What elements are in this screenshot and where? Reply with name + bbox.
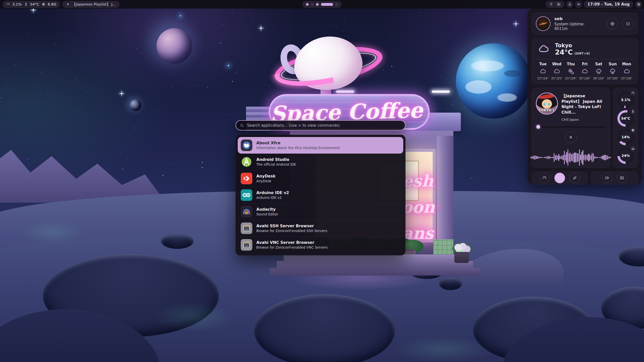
workspace-dot-2[interactable] [311, 3, 314, 6]
wallpaper-icon [557, 2, 561, 6]
cloud-weather-icon [540, 68, 546, 75]
launcher-item-arduino-ide-v2[interactable]: Arduino IDE v2Arduino IDE v2 [238, 187, 403, 203]
audacity-app-icon [241, 206, 252, 217]
gauge-icon [542, 175, 547, 180]
forecast-day-label: Sat [595, 62, 602, 66]
audio-visualizer [536, 146, 606, 169]
wallpaper-icon [620, 175, 624, 180]
cpu-temp: 54°C [30, 2, 39, 6]
forecast-day-mon: Mon33°/26° [620, 62, 633, 80]
search-results: About XfceInformation about the Xfce Des… [235, 135, 406, 255]
search-input[interactable] [247, 123, 401, 128]
app-title: Audacity [256, 207, 278, 212]
shop-step-3 [270, 268, 480, 276]
forecast-day-tue: Tue33°/24° [536, 62, 549, 80]
profile-gauge-button[interactable] [539, 173, 550, 183]
track-progress-bar[interactable] [536, 126, 606, 127]
forecast-day-sat: Sat36°/26° [592, 62, 605, 80]
settings-button[interactable] [607, 18, 618, 29]
album-art-caption: TOKYO L [537, 109, 557, 112]
app-launcher: About XfceInformation about the Xfce Des… [235, 120, 406, 255]
workspace-dot-1[interactable] [306, 3, 309, 6]
workspace-dot-4[interactable] [321, 3, 333, 6]
weather-timezone: (GMT+9) [574, 52, 590, 55]
workspace-dot-5[interactable] [335, 3, 338, 6]
forecast-temps: 33°/26° [607, 77, 619, 80]
system-gauges-card: 3.1%54°C14%24% [613, 88, 638, 168]
cpu-usage: 3.1% [12, 2, 22, 6]
xfce-app-icon [241, 140, 252, 151]
app-description: Browse for Zeroconf-enabled SSH Servers [256, 229, 327, 233]
rain-weather-icon [595, 68, 602, 75]
weather-city: Tokyo [555, 42, 590, 49]
workspace-switcher[interactable] [302, 1, 342, 8]
launcher-item-android-studio[interactable]: Android StudioThe official Android IDE [238, 154, 403, 170]
plug-icon [549, 2, 553, 6]
gear-icon [610, 21, 615, 26]
clock[interactable]: 17:09 - Tue, 19 Aug [584, 1, 633, 8]
leaf-icon [572, 175, 577, 180]
app-description: Information about the Xfce Desktop Envir… [256, 146, 340, 150]
dashboard-button[interactable] [635, 1, 642, 8]
app-title: About Xfce [256, 141, 340, 146]
power-profile-card [532, 171, 588, 185]
cloud-weather-icon [581, 68, 588, 75]
forecast-temps: 33°/26° [621, 77, 633, 80]
control-panel: seb System Uptime: 4h11m Tokyo 24°C(GMT+… [527, 8, 642, 184]
tool-wallpaper-button[interactable] [617, 173, 627, 183]
arduino-app-icon [241, 189, 252, 201]
dashboard-icon [637, 2, 641, 6]
launcher-item-about-xfce[interactable]: About XfceInformation about the Xfce Des… [238, 137, 403, 154]
weather-card: Tokyo 24°C(GMT+9) Tue33°/24°Wed35°/25°Th… [532, 38, 638, 84]
power-button[interactable] [622, 18, 634, 29]
forecast-temps: 33°/24° [537, 77, 549, 80]
app-description: The official Android IDE [256, 162, 296, 167]
app-description: Browse for Zeroconf-enabled VNC Servers [256, 245, 328, 250]
cloud-weather-icon [623, 68, 630, 75]
shop-step-2 [277, 261, 473, 268]
forecast-day-fri: Fri35°/26° [578, 62, 591, 80]
media-title: 【Japanese Playlist】 J... [72, 2, 116, 7]
search-bar[interactable] [235, 120, 406, 130]
tool-camera-button[interactable] [602, 173, 612, 183]
system-stats-pill[interactable]: 3.1% 54°C 6.8G [3, 1, 60, 8]
thermo-icon [630, 109, 636, 115]
pause-icon [568, 135, 573, 140]
volume-button[interactable] [575, 1, 582, 8]
launcher-item-avahi-ssh-server-browser[interactable]: Avahi SSH Server BrowserBrowse for Zeroc… [238, 220, 403, 237]
profile-scales-button[interactable] [554, 173, 565, 183]
power-icon [625, 21, 631, 26]
progress-knob[interactable] [536, 125, 540, 129]
gauge-gauge: 3.1% [617, 91, 634, 109]
cloud-icon [536, 43, 551, 55]
user-name: seb [554, 16, 599, 21]
media-pill[interactable]: 【Japanese Playlist】 J... [62, 1, 119, 8]
bell-icon [568, 2, 572, 6]
peripherals-pill[interactable] [546, 1, 564, 8]
thermometer-icon [24, 2, 28, 6]
track-title: 【Japanese Playlist】 Japan All Night - To… [561, 94, 606, 115]
window-neon-text: eshoonans [401, 168, 434, 246]
sign-light-right [432, 90, 450, 93]
launcher-item-audacity[interactable]: AudacitySound Editor [238, 203, 403, 220]
app-title: Android Studio [256, 157, 296, 162]
forecast-day-wed: Wed35°/25° [550, 62, 564, 80]
gauge-disk: 24% [617, 147, 634, 164]
notifications-button[interactable] [566, 1, 573, 8]
app-description: Sound Editor [256, 212, 278, 217]
forecast-day-label: Sun [609, 62, 617, 66]
app-description: AnyDesk [256, 179, 275, 184]
scales-icon [557, 175, 562, 180]
launcher-item-anydesk[interactable]: AnyDeskAnyDesk [238, 170, 403, 187]
launcher-item-avahi-vnc-server-browser[interactable]: Avahi VNC Server BrowserBrowse for Zeroc… [238, 237, 403, 253]
play-pause-button[interactable] [565, 131, 577, 143]
avatar [536, 16, 550, 31]
forecast-temps: 33°/26° [565, 77, 577, 80]
androidstudio-app-icon [241, 156, 252, 168]
app-title: Arduino IDE v2 [256, 190, 289, 196]
profile-leaf-button[interactable] [570, 173, 580, 183]
user-card: seb System Uptime: 4h11m [532, 13, 638, 35]
sign-light-left [336, 90, 354, 93]
workspace-dot-3[interactable] [316, 3, 319, 6]
top-bar: 3.1% 54°C 6.8G 【Japanese Playlist】 J... … [0, 0, 644, 9]
